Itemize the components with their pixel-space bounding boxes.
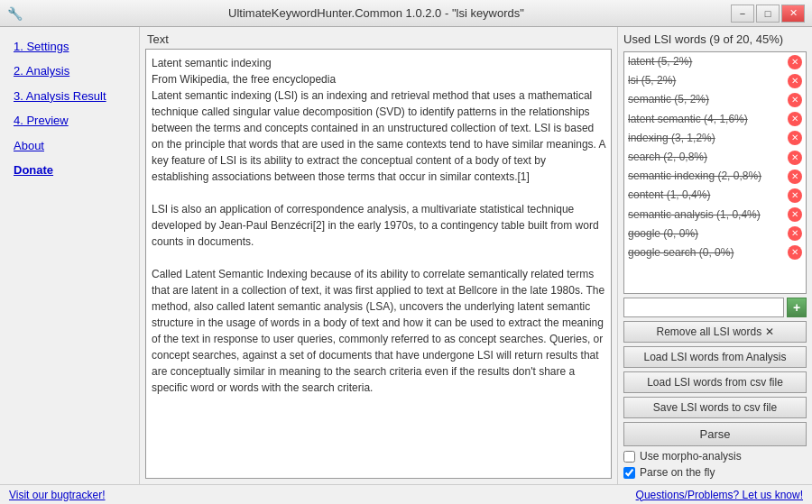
parse-fly-row: Parse on the fly [623, 466, 807, 479]
text-panel-label: Text [147, 32, 612, 46]
lsi-list-item: semantic (5, 2%)✕ [624, 90, 806, 109]
lsi-list-item: google search (0, 0%)✕ [624, 243, 806, 262]
lsi-word-text: latent semantic (4, 1,6%) [628, 111, 748, 128]
parse-fly-label: Parse on the fly [640, 466, 715, 479]
lsi-word-text: lsi (5, 2%) [628, 72, 676, 89]
titlebar: 🔧 UltimateKeywordHunter.Common 1.0.2.0 -… [0, 0, 812, 27]
add-word-row: + [623, 298, 807, 317]
lsi-word-text: latent (5, 2%) [628, 53, 692, 70]
lsi-word-text: content (1, 0,4%) [628, 187, 710, 204]
main-container: 1. Settings 2. Analysis 3. Analysis Resu… [0, 27, 812, 484]
right-panel: Used LSI words (9 of 20, 45%) latent (5,… [618, 27, 812, 484]
maximize-button[interactable]: □ [756, 5, 780, 23]
lsi-list-item: latent semantic (4, 1,6%)✕ [624, 110, 806, 129]
lsi-list-item: google (0, 0%)✕ [624, 225, 806, 243]
sidebar: 1. Settings 2. Analysis 3. Analysis Resu… [0, 27, 140, 484]
lsi-words-title: Used LSI words (9 of 20, 45%) [623, 32, 807, 46]
lsi-word-text: semantic (5, 2%) [628, 91, 709, 108]
minimize-button[interactable]: − [731, 5, 754, 23]
statusbar: Visit our bugtracker! Questions/Problems… [0, 484, 812, 504]
parse-fly-checkbox[interactable] [623, 467, 635, 479]
lsi-remove-button[interactable]: ✕ [788, 207, 802, 222]
window-title: UltimateKeywordHunter.Common 1.0.2.0 - "… [22, 6, 731, 20]
lsi-remove-button[interactable]: ✕ [788, 245, 802, 260]
lsi-remove-button[interactable]: ✕ [788, 112, 802, 126]
window-controls: − □ ✕ [731, 5, 805, 23]
lsi-word-text: google (0, 0%) [628, 225, 698, 243]
text-panel: Text [140, 27, 618, 484]
lsi-remove-button[interactable]: ✕ [788, 226, 802, 241]
app-icon: 🔧 [7, 6, 22, 21]
morpho-checkbox[interactable] [623, 451, 635, 463]
add-word-input[interactable] [623, 298, 784, 317]
add-word-button[interactable]: + [787, 298, 807, 317]
lsi-word-text: google search (0, 0%) [628, 244, 734, 261]
sidebar-item-analysis-result[interactable]: 3. Analysis Result [14, 86, 125, 106]
sidebar-item-settings[interactable]: 1. Settings [14, 36, 125, 57]
text-input[interactable] [145, 49, 612, 479]
questions-link[interactable]: Questions/Problems? Let us know! [636, 489, 803, 501]
remove-all-lsi-button[interactable]: Remove all LSI words ✕ [623, 321, 807, 343]
sidebar-item-analysis[interactable]: 2. Analysis [14, 60, 125, 81]
save-lsi-csv-button[interactable]: Save LSI words to csv file [623, 397, 807, 418]
bugtracker-link[interactable]: Visit our bugtracker! [9, 489, 106, 501]
sidebar-item-donate[interactable]: Donate [14, 160, 125, 180]
lsi-remove-button[interactable]: ✕ [788, 93, 802, 107]
lsi-word-text: semantic indexing (2, 0,8%) [628, 168, 761, 185]
lsi-word-text: indexing (3, 1,2%) [628, 130, 715, 147]
lsi-list-item: semantic analysis (1, 0,4%)✕ [624, 206, 806, 225]
lsi-list-item: indexing (3, 1,2%)✕ [624, 129, 806, 148]
load-lsi-csv-button[interactable]: Load LSI words from csv file [623, 371, 807, 393]
lsi-list-item: latent (5, 2%)✕ [624, 52, 806, 71]
lsi-list-item: lsi (5, 2%)✕ [624, 71, 806, 90]
lsi-remove-button[interactable]: ✕ [788, 170, 802, 184]
morpho-row: Use morpho-analysis [623, 450, 807, 463]
close-button[interactable]: ✕ [781, 5, 805, 23]
lsi-list-item: semantic indexing (2, 0,8%)✕ [624, 167, 806, 186]
lsi-list-item: content (1, 0,4%)✕ [624, 186, 806, 205]
lsi-remove-button[interactable]: ✕ [788, 55, 802, 69]
lsi-remove-button[interactable]: ✕ [788, 131, 802, 145]
lsi-list-item: search (2, 0,8%)✕ [624, 148, 806, 167]
lsi-word-text: search (2, 0,8%) [628, 149, 707, 166]
lsi-words-list: latent (5, 2%)✕lsi (5, 2%)✕semantic (5, … [623, 51, 807, 294]
lsi-remove-button[interactable]: ✕ [788, 74, 802, 88]
lsi-remove-button[interactable]: ✕ [788, 188, 802, 203]
lsi-word-text: semantic analysis (1, 0,4%) [628, 206, 761, 224]
sidebar-item-preview[interactable]: 4. Preview [14, 110, 125, 131]
lsi-remove-button[interactable]: ✕ [788, 151, 802, 165]
sidebar-item-about[interactable]: About [14, 135, 125, 156]
load-lsi-analysis-button[interactable]: Load LSI words from Analysis [623, 346, 807, 368]
morpho-label: Use morpho-analysis [640, 450, 742, 463]
parse-button[interactable]: Parse [623, 422, 807, 446]
